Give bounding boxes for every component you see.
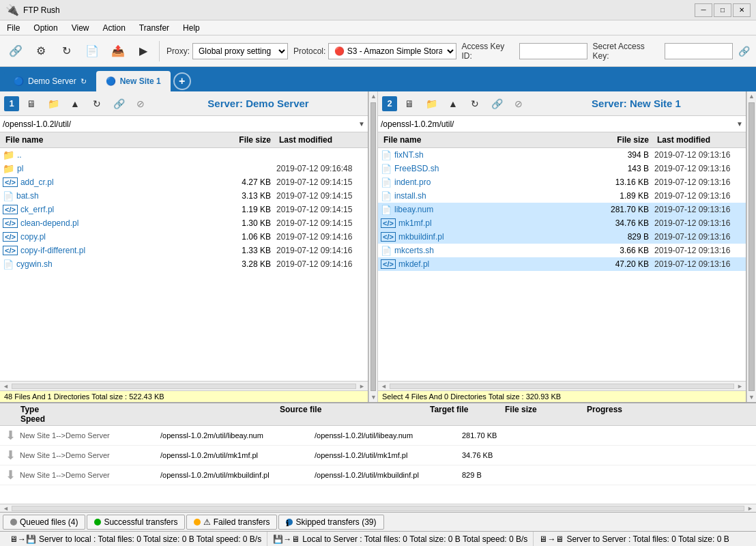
table-row[interactable]: </> add_cr.pl 4.27 KB 2019-07-12 09:14:1…	[0, 175, 368, 189]
panel-2-scrollbar-h[interactable]: ◄ ►	[378, 381, 746, 390]
panel1-link-btn[interactable]: 🔗	[109, 94, 128, 113]
queue-col-progress[interactable]: Progress	[587, 405, 655, 414]
add-tab-button[interactable]: +	[173, 72, 191, 90]
table-row[interactable]: 📄 indent.pro 13.16 KB 2019-07-12 09:13:1…	[378, 175, 746, 189]
table-row[interactable]: 📄 libeay.num 281.70 KB 2019-07-12 09:13:…	[378, 203, 746, 216]
panel2-desktop-btn[interactable]: 🖥	[400, 94, 419, 113]
file-name-text: bat.sh	[16, 191, 39, 201]
panel2-folder-btn[interactable]: 📁	[422, 94, 441, 113]
queue-col-type[interactable]: Type	[20, 405, 280, 414]
list-item[interactable]: ⬇ New Site 1-->Demo Server /openssl-1.0.…	[0, 426, 756, 446]
file-size-text: 1.06 KB	[215, 232, 276, 242]
table-row[interactable]: </> copy.pl 1.06 KB 2019-07-12 09:14:16	[0, 230, 368, 244]
panel-2-col-size[interactable]: File size	[593, 134, 654, 146]
panel1-folder-btn[interactable]: 📁	[44, 94, 63, 113]
queue-col-source[interactable]: Source file	[280, 405, 430, 414]
queue-col-size[interactable]: File size	[505, 405, 587, 414]
file-size-text: 281.70 KB	[593, 205, 654, 214]
panel-1-file-list: 📁 .. 📁 pl 2019-07-12 09:16:48 </> add_cr…	[0, 148, 368, 381]
table-row[interactable]: </> mkdef.pl 47.20 KB 2019-07-12 09:13:1…	[378, 257, 746, 271]
table-row[interactable]: </> copy-if-different.pl 1.33 KB 2019-07…	[0, 244, 368, 257]
access-key-input[interactable]	[519, 43, 587, 59]
proxy-select[interactable]: Global proxy setting	[192, 43, 288, 59]
panel-1-scrollbar-h[interactable]: ◄ ►	[0, 381, 368, 390]
upload-button[interactable]: 📤	[106, 40, 130, 63]
panel-2-toolbar: 2 🖥 📁 ▲ ↻ 🔗 ⊘ Server: New Site 1	[378, 91, 746, 116]
panel-1-vscroll[interactable]: ▲ ▼	[368, 91, 378, 402]
secret-key-label: Secret Access Key:	[593, 42, 663, 61]
menu-action[interactable]: Action	[96, 20, 132, 35]
connect-button[interactable]: 🔗	[4, 40, 27, 63]
panel1-up-btn[interactable]: ▲	[66, 94, 85, 113]
file-date-text: 2019-07-12 09:13:16	[654, 177, 743, 187]
table-row[interactable]: 📄 fixNT.sh 394 B 2019-07-12 09:13:16	[378, 148, 746, 162]
btab-skipped[interactable]: ℹ Skipped transfers (39)	[278, 515, 383, 530]
table-row[interactable]: 📁 pl 2019-07-12 09:16:48	[0, 162, 368, 175]
menu-file[interactable]: File	[0, 20, 27, 35]
queue-size-text: 281.70 KB	[462, 431, 510, 440]
btab-failed[interactable]: ⚠ Failed transfers	[186, 515, 277, 530]
maximize-button[interactable]: □	[714, 3, 731, 17]
tab-new-site-1[interactable]: 🔵 New Site 1	[96, 71, 171, 91]
panel2-stop-btn[interactable]: ⊘	[509, 94, 528, 113]
panel1-stop-btn[interactable]: ⊘	[131, 94, 150, 113]
menu-help[interactable]: Help	[176, 20, 207, 35]
panel-2-path-input[interactable]	[381, 119, 736, 129]
queue-size-text: 829 B	[462, 471, 510, 479]
table-row[interactable]: 📄 install.sh 1.89 KB 2019-07-12 09:13:16	[378, 189, 746, 203]
list-item[interactable]: ⬇ New Site 1-->Demo Server /openssl-1.0.…	[0, 465, 756, 485]
panel2-up-btn[interactable]: ▲	[444, 94, 463, 113]
refresh-button[interactable]: ↻	[55, 40, 78, 63]
panel-2-vscroll[interactable]: ▲ ▼	[746, 91, 756, 402]
panel2-link-btn[interactable]: 🔗	[487, 94, 506, 113]
secret-key-input[interactable]	[665, 43, 733, 59]
script-icon: </>	[381, 218, 396, 228]
panel1-desktop-btn[interactable]: 🖥	[22, 94, 41, 113]
table-row[interactable]: </> mk1mf.pl 34.76 KB 2019-07-12 09:13:1…	[378, 216, 746, 230]
file-name-text: pl	[17, 164, 23, 173]
panel2-refresh-btn[interactable]: ↻	[465, 94, 484, 113]
panel-1-col-size[interactable]: File size	[215, 134, 276, 146]
queue-target-text: /openssl-1.0.2l/util/mkbuildinf.pl	[315, 471, 458, 479]
panel-2-col-date[interactable]: Last modified	[654, 134, 743, 146]
table-row[interactable]: 📄 mkcerts.sh 3.66 KB 2019-07-12 09:13:16	[378, 244, 746, 257]
table-row[interactable]: </> ck_errf.pl 1.19 KB 2019-07-12 09:14:…	[0, 203, 368, 216]
file-icon: 📄	[381, 205, 392, 215]
panel-1-col-date[interactable]: Last modified	[276, 134, 365, 146]
panel-1-path-input[interactable]	[3, 119, 358, 129]
tab-refresh-1[interactable]: ↻	[81, 77, 87, 86]
menu-transfer[interactable]: Transfer	[132, 20, 176, 35]
table-row[interactable]: 📄 FreeBSD.sh 143 B 2019-07-12 09:13:16	[378, 162, 746, 175]
panel-2-col-name[interactable]: File name	[381, 134, 593, 146]
panel-1-title: Server: Demo Server	[153, 98, 364, 109]
tab-demo-server[interactable]: 🔵 Demo Server ↻	[4, 71, 96, 91]
terminal-button[interactable]: ▶	[132, 40, 156, 63]
btab-queued[interactable]: Queued files (4)	[3, 515, 85, 530]
queue-scrollbar-h[interactable]: ◄ ►	[0, 504, 756, 512]
btab-successful[interactable]: Successful transfers	[87, 515, 185, 530]
settings-button[interactable]: ⚙	[30, 40, 53, 63]
close-button[interactable]: ✕	[733, 3, 751, 17]
status-lts-icon: 💾→🖥	[273, 534, 300, 544]
table-row[interactable]: 📄 bat.sh 3.13 KB 2019-07-12 09:14:15	[0, 189, 368, 203]
menu-option[interactable]: Option	[27, 20, 64, 35]
list-item[interactable]: ⬇ New Site 1-->Demo Server /openssl-1.0.…	[0, 446, 756, 465]
script-icon: </>	[3, 246, 18, 255]
new-file-button[interactable]: 📄	[81, 40, 104, 63]
panel-2-path-dropdown[interactable]: ▼	[736, 120, 743, 128]
protocol-select[interactable]: 🔴 S3 - Amazon Simple Stora	[328, 43, 456, 59]
menu-view[interactable]: View	[65, 20, 96, 35]
queue-col-speed[interactable]: Speed	[20, 414, 280, 424]
panel-1-col-name[interactable]: File name	[3, 134, 215, 146]
panel-2-num: 2	[382, 96, 397, 111]
panel1-refresh-btn[interactable]: ↻	[87, 94, 106, 113]
table-row[interactable]: 📄 cygwin.sh 3.28 KB 2019-07-12 09:14:16	[0, 257, 368, 271]
link-icon[interactable]: 🔗	[736, 43, 752, 59]
table-row[interactable]: </> mkbuildinf.pl 829 B 2019-07-12 09:13…	[378, 230, 746, 244]
queue-col-target[interactable]: Target file	[430, 405, 505, 414]
toolbar-sep-1	[159, 41, 160, 61]
table-row[interactable]: 📁 ..	[0, 148, 368, 162]
minimize-button[interactable]: ─	[695, 3, 712, 17]
table-row[interactable]: </> clean-depend.pl 1.30 KB 2019-07-12 0…	[0, 216, 368, 230]
panel-1-path-dropdown[interactable]: ▼	[358, 120, 365, 128]
